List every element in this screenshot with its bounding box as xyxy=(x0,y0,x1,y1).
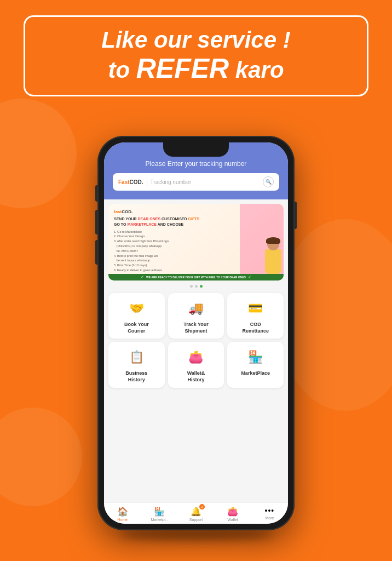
bg-decoration-bottom xyxy=(0,408,82,506)
nav-support-label: Support xyxy=(189,518,203,522)
fastcod-logo: FastCOD. xyxy=(118,179,143,185)
banner-image xyxy=(240,204,284,280)
promo-banner: fastCOD. SEND YOUR DEAR ONES CUSTOMISED … xyxy=(108,204,284,280)
tracking-label: Please Enter your tracking number xyxy=(146,160,247,168)
menu-label-business-history: BusinessHistory xyxy=(125,370,147,383)
nav-marketplace-label: Marketpl.. xyxy=(151,518,168,522)
mute-button xyxy=(95,185,97,202)
phone-notch xyxy=(163,142,229,157)
menu-item-wallet-history[interactable]: 👛 Wallet&History xyxy=(168,342,224,387)
marketplace-icon: 🏪 xyxy=(245,347,267,367)
woman-head xyxy=(267,238,279,250)
tracking-input-row[interactable]: FastCOD. Tracking number 🔍 xyxy=(113,173,279,191)
banner-content: fastCOD. SEND YOUR DEAR ONES CUSTOMISED … xyxy=(108,204,284,280)
nav-support[interactable]: 🔔 2 Support xyxy=(177,506,214,522)
vol-down-button xyxy=(95,240,97,265)
banner-brand: fastCOD. xyxy=(114,209,234,214)
wallet-history-icon: 👛 xyxy=(185,347,207,367)
support-badge: 2 xyxy=(199,504,205,510)
menu-label-marketplace: MarketPlace xyxy=(241,370,270,377)
menu-item-track-shipment[interactable]: 🚚 Track YourShipment xyxy=(168,293,224,339)
carousel-dots xyxy=(104,283,288,290)
banner-steps: 1. Go to Marketplace 2. Choose Your Desi… xyxy=(114,230,234,273)
bottom-nav: 🏠 Home 🏪 Marketpl.. 🔔 2 Support xyxy=(104,502,288,524)
bg-decoration-left xyxy=(0,99,77,208)
phone-screen: Please Enter your tracking number FastCO… xyxy=(104,142,288,524)
book-courier-icon: 🤝 xyxy=(125,299,147,318)
menu-item-business-history[interactable]: 📋 BusinessHistory xyxy=(108,342,165,387)
search-icon[interactable]: 🔍 xyxy=(263,176,274,187)
phone-shadow xyxy=(119,529,273,540)
header-line1: Like our service ! xyxy=(42,27,350,53)
support-icon: 🔔 2 xyxy=(191,506,201,517)
banner-text: fastCOD. SEND YOUR DEAR ONES CUSTOMISED … xyxy=(108,204,240,280)
home-icon: 🏠 xyxy=(117,506,128,517)
more-icon: ••• xyxy=(265,506,275,515)
menu-label-cod-remittance: CODRemittance xyxy=(242,322,269,334)
nav-marketplace[interactable]: 🏪 Marketpl.. xyxy=(141,506,177,522)
nav-more[interactable]: ••• More xyxy=(251,506,288,522)
dot-3[interactable] xyxy=(200,285,203,288)
business-history-icon: 📋 xyxy=(125,347,147,367)
menu-item-marketplace[interactable]: 🏪 MarketPlace xyxy=(227,342,284,387)
menu-grid: 🤝 Book YourCourier 🚚 Track YourShipment … xyxy=(104,290,288,391)
check-icon-right: ✓ xyxy=(248,275,251,279)
menu-item-cod-remittance[interactable]: 💳 CODRemittance xyxy=(227,293,284,339)
woman-hair xyxy=(266,237,280,244)
vol-up-button xyxy=(95,210,97,234)
banner-footer: ✓ WE ARE READY TO DELIVER YOUR GIFT WITH… xyxy=(108,274,284,280)
header-banner: Like our service ! to REFER karo xyxy=(24,15,368,96)
woman-body xyxy=(265,249,281,274)
power-button xyxy=(295,202,297,229)
nav-wallet-label: Wallet xyxy=(228,518,238,522)
woman-illustration xyxy=(265,238,281,274)
header-line2: to REFER karo xyxy=(42,53,350,85)
input-divider xyxy=(147,177,147,187)
track-shipment-icon: 🚚 xyxy=(185,299,207,318)
dot-2[interactable] xyxy=(195,285,198,288)
wallet-nav-icon: 👛 xyxy=(227,506,238,517)
banner-heading: SEND YOUR DEAR ONES CUSTOMISED GIFTS GO … xyxy=(114,216,234,227)
phone-outer: Please Enter your tracking number FastCO… xyxy=(97,136,295,530)
screen-content: Please Enter your tracking number FastCO… xyxy=(104,142,288,524)
check-icon: ✓ xyxy=(141,275,144,279)
nav-wallet[interactable]: 👛 Wallet xyxy=(215,506,251,522)
menu-item-book-courier[interactable]: 🤝 Book YourCourier xyxy=(108,293,165,339)
nav-home-label: Home xyxy=(117,518,128,522)
menu-label-wallet-history: Wallet&History xyxy=(187,370,205,383)
nav-more-label: More xyxy=(265,516,274,520)
tracking-placeholder: Tracking number xyxy=(151,179,260,185)
phone-mockup: Please Enter your tracking number FastCO… xyxy=(97,136,295,530)
menu-label-book-courier: Book YourCourier xyxy=(124,322,149,334)
menu-label-track-shipment: Track YourShipment xyxy=(183,322,209,334)
nav-home[interactable]: 🏠 Home xyxy=(104,506,141,522)
cod-remittance-icon: 💳 xyxy=(245,299,267,318)
marketplace-nav-icon: 🏪 xyxy=(154,506,165,517)
dot-1[interactable] xyxy=(190,285,193,288)
